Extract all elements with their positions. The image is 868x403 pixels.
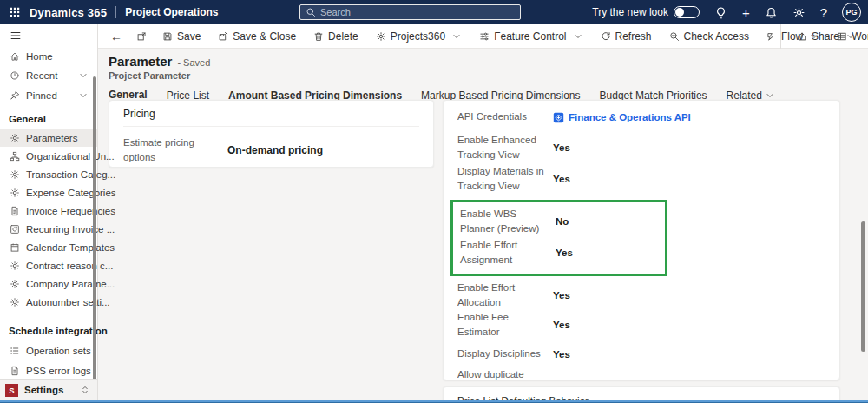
gear-icon xyxy=(10,169,20,180)
sidebar-item-expense-categories[interactable]: Expense Categories xyxy=(0,183,97,202)
save-close-icon xyxy=(218,31,228,42)
sidebar-group-schedule-integration: Schedule integration xyxy=(0,321,97,340)
share-icon xyxy=(797,31,807,42)
notifications-bell-icon[interactable] xyxy=(765,6,778,19)
area-badge: S xyxy=(5,384,18,397)
settings-section-card: API Credentials Finance & Operations API… xyxy=(443,100,840,380)
sidebar-item-label: Transaction Categ... xyxy=(26,169,115,180)
document-icon xyxy=(10,206,20,216)
new-look-toggle[interactable] xyxy=(674,6,700,18)
projects360-label: Projects360 xyxy=(391,30,445,43)
chevron-updown-icon[interactable] xyxy=(80,385,90,395)
save-label: Save xyxy=(177,30,201,43)
toggle-knob xyxy=(675,8,684,17)
field-row-estimate-pricing-options: Estimate pricing options On-demand prici… xyxy=(123,135,419,164)
field-label: Display Materials in Tracking View xyxy=(457,164,549,195)
sidebar-item-invoice-frequencies[interactable]: Invoice Frequencies xyxy=(0,202,97,220)
brand-title[interactable]: Dynamics 365 xyxy=(30,6,107,19)
chevron-down-icon[interactable] xyxy=(78,90,89,101)
sidebar-item-label: Contract reason c... xyxy=(26,261,113,271)
sidebar-collapse-menu-icon[interactable] xyxy=(0,24,97,47)
main-scrollbar[interactable] xyxy=(861,221,865,352)
share-menu[interactable]: Share xyxy=(790,26,863,47)
field-value[interactable]: On-demand pricing xyxy=(227,144,323,156)
lightbulb-icon[interactable] xyxy=(714,6,727,19)
document-icon xyxy=(10,366,20,376)
projects360-menu[interactable]: Projects360 xyxy=(369,26,469,47)
sidebar-item-transaction-categories[interactable]: Transaction Categ... xyxy=(0,165,97,183)
field-label: Enable WBS Planner (Preview) xyxy=(460,207,552,237)
check-access-button[interactable]: Check Access xyxy=(662,26,756,47)
save-icon xyxy=(162,31,173,42)
sidebar-item-home[interactable]: Home xyxy=(0,47,97,65)
chevron-down-icon[interactable] xyxy=(78,70,89,81)
area-switcher-settings[interactable]: S Settings xyxy=(0,379,97,400)
settings-gear-icon[interactable] xyxy=(792,6,806,19)
delete-button[interactable]: Delete xyxy=(306,26,365,47)
clock-icon xyxy=(10,70,20,81)
flow-icon xyxy=(766,31,777,42)
search-input[interactable] xyxy=(320,7,494,17)
sidebar-item-parameters[interactable]: Parameters xyxy=(0,129,97,147)
gear-icon xyxy=(10,188,20,198)
sidebar-item-label: Pinned xyxy=(26,90,57,101)
save-close-label: Save & Close xyxy=(233,30,296,43)
plus-icon[interactable]: + xyxy=(742,6,750,19)
chevron-down-icon xyxy=(573,31,583,42)
sidebar-item-autonumber-settings[interactable]: Autonumber setti... xyxy=(0,293,97,311)
sidebar-item-recurring-invoice[interactable]: Recurring Invoice ... xyxy=(0,220,97,238)
user-avatar[interactable]: PG xyxy=(842,3,861,22)
field-row-allow-duplicate-account-name-in-leads: Allow duplicate Account Name in Leads No xyxy=(457,369,825,380)
sidebar-item-company-parameters[interactable]: Company Parame... xyxy=(0,274,97,293)
global-search-box[interactable] xyxy=(299,4,521,20)
refresh-button[interactable]: Refresh xyxy=(594,26,659,47)
list-icon xyxy=(10,346,20,356)
field-value[interactable]: Yes xyxy=(553,349,570,360)
field-label: Estimate pricing options xyxy=(123,135,214,164)
app-launcher-waffle-icon[interactable] xyxy=(0,0,30,24)
lookup-link-text[interactable]: Finance & Operations API xyxy=(569,112,691,122)
back-button[interactable]: ← xyxy=(105,26,128,47)
pin-icon xyxy=(10,90,20,101)
sidebar-item-calendar-templates[interactable]: Calendar Templates xyxy=(0,238,97,256)
sidebar-item-label: PSS error logs xyxy=(26,366,91,376)
sidebar-item-organizational-units[interactable]: Organizational Un... xyxy=(0,147,97,165)
field-value[interactable]: Yes xyxy=(553,174,570,184)
sidebar-item-operation-sets[interactable]: Operation sets xyxy=(0,340,97,360)
field-row-display-materials-in-tracking-view: Display Materials in Tracking View Yes xyxy=(457,163,825,195)
feature-control-menu[interactable]: Feature Control xyxy=(472,26,589,47)
field-value[interactable]: Yes xyxy=(553,290,570,301)
sidebar-item-contract-reason[interactable]: Contract reason c... xyxy=(0,256,97,274)
chevron-down-icon xyxy=(451,31,462,42)
area-label: Settings xyxy=(24,385,63,395)
field-label: Enable Effort Allocation xyxy=(457,281,549,311)
home-icon xyxy=(10,51,20,62)
sliders-icon xyxy=(479,31,490,42)
page-header: Parameter - Saved Project Parameter Gene… xyxy=(98,49,868,101)
field-value[interactable]: Yes xyxy=(553,142,570,153)
field-value[interactable]: Yes xyxy=(553,320,570,330)
trash-icon xyxy=(313,31,324,42)
sidebar-item-pinned[interactable]: Pinned xyxy=(0,85,97,105)
sidebar-scrollbar[interactable] xyxy=(93,76,96,382)
new-look-label: Try the new look xyxy=(592,6,668,18)
field-value[interactable]: Yes xyxy=(556,248,573,258)
save-status: - Saved xyxy=(177,57,210,68)
field-value[interactable]: No xyxy=(556,216,569,227)
sidebar-item-label: Operation sets xyxy=(26,346,91,356)
save-and-close-button[interactable]: Save & Close xyxy=(211,26,303,47)
field-row-display-disciplines: Display Disciplines Yes xyxy=(457,339,825,369)
feature-control-label: Feature Control xyxy=(494,30,566,43)
gear-icon xyxy=(10,133,20,143)
sidebar-item-pss-error-logs[interactable]: PSS error logs xyxy=(0,360,97,380)
popout-button[interactable] xyxy=(131,26,152,47)
sidebar-item-recent[interactable]: Recent xyxy=(0,65,97,85)
calendar-icon xyxy=(10,242,20,253)
api-credentials-lookup[interactable]: Finance & Operations API xyxy=(553,112,691,123)
gear-icon xyxy=(10,279,20,289)
save-button[interactable]: Save xyxy=(155,26,207,47)
help-icon[interactable]: ? xyxy=(820,6,827,19)
check-access-label: Check Access xyxy=(684,30,749,43)
field-label: Enable Fee Estimator xyxy=(457,310,549,340)
app-name[interactable]: Project Operations xyxy=(125,6,218,18)
